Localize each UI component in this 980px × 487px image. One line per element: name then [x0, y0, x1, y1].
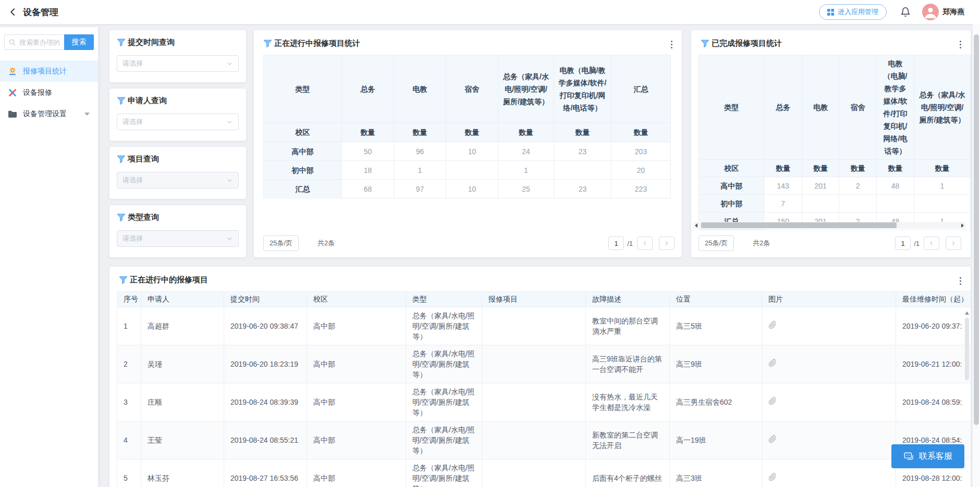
- cell-type: 总务（家具/水电/照明/空调/厕所/建筑等）: [406, 421, 482, 459]
- stat-row-label: 初中部: [264, 161, 342, 180]
- contact-support-label: 联系客服: [919, 451, 952, 462]
- list-column-header: 校区: [307, 292, 406, 307]
- cell-no: 5: [117, 459, 141, 487]
- filter-title: 项目查询: [128, 154, 159, 164]
- cell-no: 4: [117, 421, 141, 459]
- enter-app-management-label: 进入应用管理: [838, 7, 878, 17]
- panel-menu-dots[interactable]: [670, 40, 673, 49]
- attachment-icon[interactable]: [768, 359, 777, 367]
- filter-funnel-icon: [117, 155, 126, 164]
- filter-select-project[interactable]: 请选择: [117, 172, 239, 189]
- attachment-icon[interactable]: [768, 435, 777, 443]
- stat-row-label: 初中部: [699, 195, 764, 213]
- attachment-icon[interactable]: [768, 473, 777, 481]
- stat-column-header: 电教（电脑/教学多媒体/软件/打印复印机/网络/电话等）: [877, 55, 914, 160]
- filter-select-submit-time[interactable]: 请选择: [117, 55, 239, 72]
- sidebar-item-device-settings[interactable]: 设备管理设置: [0, 103, 98, 124]
- next-page-button[interactable]: [946, 236, 961, 250]
- scrollbar-thumb[interactable]: [974, 34, 979, 425]
- filter-funnel-icon: [119, 276, 128, 284]
- stat-column-header: 电教: [802, 55, 839, 160]
- stat-column-header: 宿舍: [839, 55, 877, 160]
- cell-applicant: 吴瑾: [141, 345, 224, 383]
- cell-type: 总务（家具/水电/照明/空调/厕所/建筑等）: [406, 383, 482, 421]
- sidebar-item-device-repair[interactable]: 设备报修: [0, 82, 98, 103]
- next-page-button[interactable]: [659, 236, 675, 250]
- filter-select-applicant[interactable]: 请选择: [117, 114, 239, 130]
- back-icon[interactable]: [8, 7, 18, 17]
- panel-title: 正在进行中报修项目统计: [274, 39, 360, 48]
- scroll-right-arrow[interactable]: [961, 223, 964, 228]
- sidebar: 搜索 报修项目统计设备报修设备管理设置: [0, 27, 98, 487]
- search-button[interactable]: 搜索: [64, 34, 94, 50]
- page-size-select[interactable]: 25条/页: [699, 235, 734, 251]
- cell-project: [482, 459, 586, 487]
- stat-subheader-cell: 数量: [877, 160, 914, 177]
- sidebar-item-repair-stats[interactable]: 报修项目统计: [0, 60, 98, 82]
- cell-submit-time: 2019-06-20 18:23:19: [224, 345, 307, 383]
- sidebar-search-box: [4, 34, 64, 50]
- stat-value-cell: 143: [764, 177, 802, 195]
- list-column-header: 提交时间: [224, 292, 307, 307]
- chat-icon: [903, 451, 914, 462]
- stat-row-label: 高中部: [699, 177, 764, 195]
- scroll-up-arrow[interactable]: [965, 311, 969, 315]
- scrollbar-thumb[interactable]: [965, 318, 969, 380]
- enter-app-management-button[interactable]: 进入应用管理: [819, 4, 887, 20]
- filter-card: 项目查询请选择: [109, 147, 246, 199]
- stat-value-cell: 48: [877, 177, 914, 195]
- cell-campus: 高中部: [307, 345, 406, 383]
- current-page[interactable]: 1: [608, 236, 624, 250]
- current-page[interactable]: 1: [895, 236, 911, 250]
- cell-campus: 高中部: [307, 307, 406, 345]
- table-row: 3庄顺2019-08-24 08:39:39高中部总务（家具/水电/照明/空调/…: [117, 383, 971, 421]
- cell-image: [762, 421, 896, 459]
- filter-title: 提交时间查询: [128, 38, 175, 47]
- search-input[interactable]: [18, 38, 64, 47]
- stat-value-cell: 25: [498, 180, 554, 198]
- filter-select-type[interactable]: 请选择: [117, 230, 239, 247]
- panel-menu-dots[interactable]: [959, 276, 962, 286]
- page-title: 设备管理: [23, 6, 58, 18]
- cell-location: 高一19班: [670, 421, 762, 459]
- page-size-select[interactable]: 25条/页: [263, 235, 299, 251]
- panel-title: 正在进行中的报修项目: [130, 275, 208, 285]
- prev-page-button[interactable]: [637, 236, 653, 250]
- attachment-icon[interactable]: [768, 397, 777, 405]
- avatar[interactable]: [922, 4, 939, 20]
- stat-subheader-cell: 数量: [498, 123, 554, 142]
- cell-image: [762, 459, 896, 487]
- attachment-icon[interactable]: [768, 321, 777, 329]
- cell-no: 1: [117, 307, 141, 345]
- select-placeholder: 请选择: [123, 234, 143, 243]
- stat-subheader-cell: 数量: [802, 160, 839, 177]
- stat-column-header: 总务: [342, 55, 394, 123]
- stats-icon: [8, 67, 17, 76]
- stat-row: 初中部7: [699, 195, 971, 213]
- sidebar-item-label: 设备报修: [23, 88, 52, 97]
- stat-column-header: 电教（电脑/教学多媒体/软件/打印复印机/网络/电话等）: [554, 55, 611, 123]
- repair-list-table: 序号申请人提交时间校区类型报修项目故障描述位置图片最佳维修时间（起）1高超群20…: [117, 291, 971, 487]
- stat-subheader-cell: 数量: [446, 123, 498, 142]
- contact-support-button[interactable]: 联系客服: [891, 444, 964, 468]
- bell-icon[interactable]: [900, 7, 911, 17]
- panel-menu-dots[interactable]: [959, 40, 962, 49]
- cell-image: [762, 383, 896, 421]
- list-column-header: 故障描述: [586, 292, 670, 307]
- stat-value-cell: [839, 195, 877, 213]
- cell-type: 总务（家具/水电/照明/空调/厕所/建筑等）: [406, 307, 482, 345]
- total-count: 共2条: [317, 239, 335, 248]
- filter-card: 申请人查询请选择: [109, 89, 246, 141]
- stat-subheader-cell: 数量: [839, 160, 877, 177]
- chevron-down-icon[interactable]: [84, 112, 90, 116]
- cell-desc: 新教室的第二台空调无法开启: [586, 421, 670, 459]
- scrollbar-thumb[interactable]: [701, 222, 897, 228]
- list-column-header: 位置: [670, 292, 762, 307]
- filter-card: 类型查询请选择: [109, 205, 246, 257]
- filter-card: 提交时间查询请选择: [109, 30, 246, 82]
- scroll-left-arrow[interactable]: [695, 223, 697, 228]
- cell-submit-time: 2019-08-24 08:55:21: [224, 421, 307, 459]
- user-name[interactable]: 郑海燕: [942, 7, 964, 17]
- stat-subheader-cell: 数量: [611, 123, 671, 142]
- prev-page-button[interactable]: [924, 236, 939, 250]
